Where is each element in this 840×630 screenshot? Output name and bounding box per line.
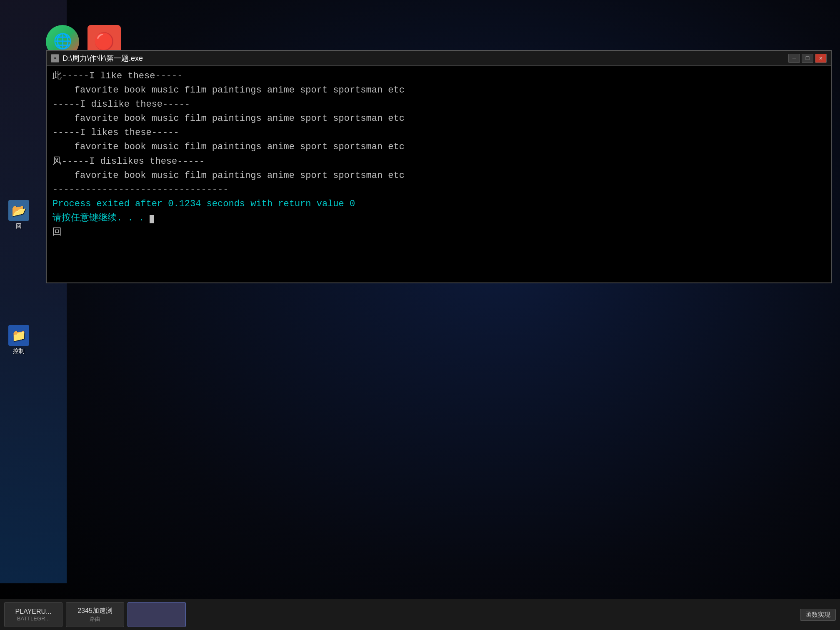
control-icon: 📁 (8, 325, 29, 346)
cmd-titlebar: ▪ D:\周力\作业\第一题.exe ─ □ ✕ (47, 51, 831, 66)
output-process-exit: Process exited after 0.1234 seconds with… (52, 197, 825, 211)
back-icon: 📂 (8, 200, 29, 221)
output-line-3: -----I dislike these----- (52, 98, 825, 112)
output-line-7: 风-----I dislikes these----- (52, 155, 825, 169)
cmd-title-text: D:\周力\作业\第一题.exe (62, 53, 785, 63)
output-partial-char: 回 (52, 225, 825, 240)
taskbar-function-btn[interactable]: 函数实现 (800, 609, 836, 621)
cmd-title-icon: ▪ (51, 54, 59, 62)
taskbar-player-sub: BATTLEGR... (17, 615, 50, 622)
taskbar-accelerator-title: 2345加速浏 (78, 607, 112, 615)
taskbar-item-player[interactable]: PLAYERU... BATTLEGR... (4, 602, 62, 627)
window-controls: ─ □ ✕ (788, 54, 827, 63)
back-icon-label: 回 (16, 222, 22, 230)
taskbar-item-empty[interactable] (128, 602, 186, 627)
control-icon-label: 控制 (13, 348, 25, 355)
desktop-icon-back[interactable]: 📂 回 (8, 200, 29, 230)
output-line-6: favorite book music film paintings anime… (52, 140, 825, 154)
maximize-button[interactable]: □ (802, 54, 813, 63)
taskbar-item-accelerator[interactable]: 2345加速浏 路由 (66, 602, 124, 627)
desktop-icon-control[interactable]: 📁 控制 (8, 325, 29, 355)
taskbar: PLAYERU... BATTLEGR... 2345加速浏 路由 函数实现 (0, 599, 840, 630)
taskbar-player-title: PLAYERU... (15, 608, 52, 615)
cmd-output: 此-----I like these----- favorite book mu… (47, 66, 831, 282)
output-press-key: 请按任意键继续. . . (52, 211, 825, 225)
output-separator: -------------------------------- (52, 183, 825, 197)
taskbar-right-area: 函数实现 (800, 609, 836, 621)
output-line-2: favorite book music film paintings anime… (52, 83, 825, 98)
output-line-1: 此-----I like these----- (52, 69, 825, 83)
taskbar-accelerator-sub: 路由 (90, 615, 100, 623)
output-line-5: -----I likes these----- (52, 126, 825, 140)
close-button[interactable]: ✕ (815, 54, 827, 63)
minimize-button[interactable]: ─ (788, 54, 800, 63)
cmd-window: ▪ D:\周力\作业\第一题.exe ─ □ ✕ 此-----I like th… (46, 50, 832, 283)
output-line-4: favorite book music film paintings anime… (52, 112, 825, 126)
output-line-8: favorite book music film paintings anime… (52, 169, 825, 183)
terminal-cursor (150, 215, 154, 223)
